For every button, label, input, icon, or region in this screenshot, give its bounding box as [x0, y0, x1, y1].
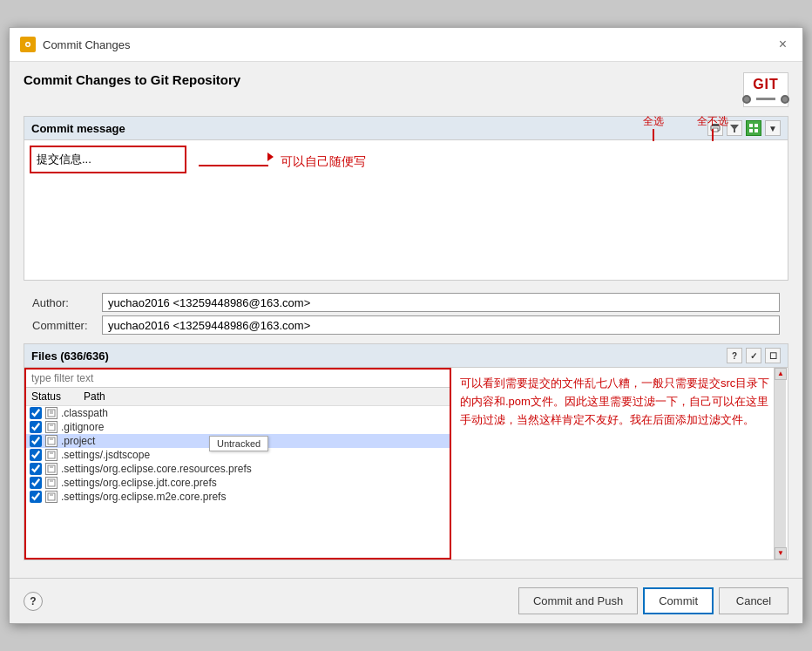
author-label: Author: — [32, 296, 102, 309]
dialog-icon — [20, 37, 36, 52]
svg-rect-22 — [48, 479, 55, 486]
status-column-header: Status — [31, 390, 84, 403]
table-row[interactable]: .settings/org.eclipse.jdt.core.prefs — [26, 476, 450, 490]
file-name: .classpath — [61, 407, 108, 419]
svg-rect-20 — [48, 465, 55, 472]
git-logo: GIT — [743, 72, 788, 107]
table-row[interactable]: .project Untracked — [26, 434, 450, 448]
cancel-button[interactable]: Cancel — [719, 587, 788, 614]
files-check-icon[interactable]: ✓ — [746, 348, 761, 363]
table-row[interactable]: .classpath — [26, 406, 450, 420]
file-name: .settings/org.eclipse.core.resources.pre… — [61, 463, 252, 475]
dialog-footer: ? Commit and Push Commit Cancel — [10, 578, 802, 623]
filter-input[interactable] — [26, 370, 450, 388]
message-annotation: 可以自己随便写 — [199, 154, 366, 170]
untracked-tooltip: Untracked — [209, 436, 268, 451]
committer-row: Committer: — [32, 315, 780, 335]
commit-message-title: Commit message — [31, 122, 125, 135]
file-checkbox[interactable] — [30, 421, 42, 433]
files-help-icon[interactable]: ? — [727, 348, 742, 363]
svg-rect-9 — [749, 129, 753, 132]
file-checkbox[interactable] — [30, 463, 42, 475]
files-header-icons: ? ✓ ☐ — [727, 348, 781, 363]
git-logo-text: GIT — [753, 77, 779, 92]
file-type-icon — [45, 435, 58, 447]
files-section: Files (636/636) ? ✓ ☐ Status Path — [24, 343, 788, 560]
file-checkbox[interactable] — [30, 477, 42, 489]
selection-annotations: 全选 全不选 — [643, 114, 728, 141]
svg-marker-6 — [730, 125, 739, 132]
commit-message-input[interactable] — [30, 146, 186, 173]
filter-icon[interactable] — [727, 120, 742, 136]
svg-rect-24 — [48, 493, 55, 500]
annotation-text: 可以自己随便写 — [281, 154, 366, 170]
files-annotation-text: 可以看到需要提交的文件乱七八糟，一般只需要提交src目录下的内容和.pom文件。… — [460, 376, 769, 426]
commit-button[interactable]: Commit — [643, 587, 714, 614]
commit-changes-dialog: Commit Changes × Commit Changes to Git R… — [9, 27, 803, 624]
file-name: .settings/.jsdtscope — [61, 449, 150, 461]
help-button[interactable]: ? — [24, 592, 43, 611]
dialog-body: Commit Changes to Git Repository GIT Com… — [10, 62, 802, 578]
title-bar: Commit Changes × — [10, 28, 802, 62]
select-all-label: 全选 — [643, 114, 664, 129]
file-name: .settings/org.eclipse.m2e.core.prefs — [61, 491, 226, 503]
file-name: .gitignore — [61, 421, 104, 433]
file-checkbox[interactable] — [30, 491, 42, 503]
deselect-all-label: 全不选 — [697, 114, 728, 129]
svg-point-2 — [27, 44, 30, 46]
scrollbar[interactable]: ▲ ▼ — [774, 368, 786, 559]
table-row[interactable]: .gitignore — [26, 420, 450, 434]
deselect-all-annotation: 全不选 — [697, 114, 728, 141]
files-uncheck-icon[interactable]: ☐ — [765, 348, 781, 363]
file-type-icon — [45, 449, 58, 461]
file-checkbox[interactable] — [30, 407, 42, 419]
file-type-icon — [45, 407, 58, 419]
dialog-header: Commit Changes to Git Repository GIT — [24, 72, 788, 116]
file-checkbox[interactable] — [30, 449, 42, 461]
svg-rect-10 — [754, 129, 758, 132]
file-type-icon — [45, 477, 58, 489]
dialog-subtitle: Commit Changes to Git Repository — [24, 72, 240, 87]
committer-label: Committer: — [32, 319, 102, 332]
file-type-icon — [45, 491, 58, 503]
table-row[interactable]: .settings/org.eclipse.m2e.core.prefs — [26, 490, 450, 504]
title-bar-left: Commit Changes — [20, 37, 130, 52]
committer-input[interactable] — [102, 315, 780, 335]
svg-rect-7 — [749, 124, 753, 127]
files-annotation-panel: 可以看到需要提交的文件乱七八糟，一般只需要提交src目录下的内容和.pom文件。… — [451, 368, 788, 559]
author-section: Author: Committer: — [24, 288, 788, 343]
file-type-icon — [45, 463, 58, 475]
dialog-title: Commit Changes — [43, 38, 130, 51]
file-name: .project — [61, 435, 95, 447]
files-table-header: Status Path — [26, 388, 450, 406]
files-list: .classpath .gitignore — [26, 406, 450, 558]
scroll-up-button[interactable]: ▲ — [775, 368, 787, 380]
grid-icon[interactable] — [746, 120, 761, 136]
files-section-title: Files (636/636) — [31, 349, 109, 363]
select-all-annotation: 全选 — [643, 114, 664, 141]
file-name: .settings/org.eclipse.jdt.core.prefs — [61, 477, 217, 489]
files-content: Status Path .classpath — [24, 368, 788, 559]
files-left-panel: Status Path .classpath — [24, 368, 451, 559]
author-input[interactable] — [102, 293, 780, 312]
path-column-header: Path — [84, 390, 444, 403]
footer-buttons: Commit and Push Commit Cancel — [518, 587, 788, 614]
scroll-down-button[interactable]: ▼ — [775, 547, 787, 559]
file-checkbox[interactable] — [30, 435, 42, 447]
svg-rect-18 — [48, 451, 55, 458]
commit-message-area: 可以自己随便写 全选 全不选 — [24, 140, 788, 280]
footer-left: ? — [24, 592, 43, 611]
commit-message-section: Commit message — [24, 116, 788, 281]
svg-rect-8 — [754, 124, 758, 127]
close-button[interactable]: × — [774, 35, 792, 54]
dropdown-icon[interactable]: ▼ — [765, 120, 781, 136]
file-type-icon — [45, 421, 58, 433]
files-section-header: Files (636/636) ? ✓ ☐ — [24, 344, 788, 368]
svg-rect-16 — [48, 437, 55, 444]
table-row[interactable]: .settings/org.eclipse.core.resources.pre… — [26, 462, 450, 476]
author-row: Author: — [32, 293, 780, 312]
commit-and-push-button[interactable]: Commit and Push — [518, 587, 638, 614]
svg-rect-14 — [48, 424, 55, 431]
